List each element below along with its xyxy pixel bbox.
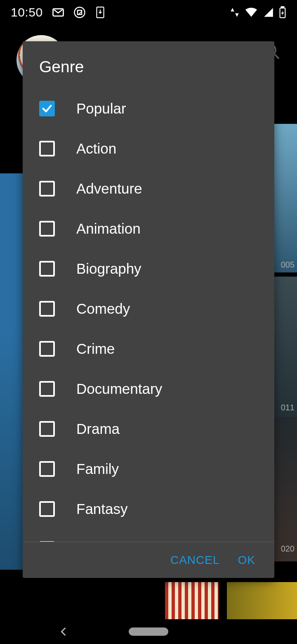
genre-row-comedy[interactable]: Comedy bbox=[23, 289, 274, 329]
checkbox[interactable] bbox=[39, 141, 55, 156]
bg-poster bbox=[272, 277, 297, 417]
dialog-title: Genre bbox=[23, 41, 274, 88]
genre-label: Fantasy bbox=[76, 501, 128, 517]
genre-label: Popular bbox=[76, 100, 126, 117]
bg-year: 020 bbox=[281, 544, 295, 554]
checkbox[interactable] bbox=[39, 341, 55, 357]
genre-row-action[interactable]: Action bbox=[23, 128, 274, 168]
checkbox[interactable] bbox=[39, 421, 55, 437]
nav-home-pill[interactable] bbox=[129, 627, 168, 636]
checkbox-empty-icon bbox=[39, 181, 55, 197]
bg-poster bbox=[165, 582, 219, 619]
checkbox[interactable] bbox=[39, 501, 55, 517]
bg-year: 011 bbox=[281, 403, 295, 412]
wifi-badge: 5 bbox=[255, 12, 257, 17]
checkbox-empty-icon bbox=[39, 341, 55, 357]
bg-poster bbox=[227, 582, 297, 619]
checkbox[interactable] bbox=[39, 461, 55, 477]
checkbox-empty-icon bbox=[39, 381, 55, 397]
status-left: 10:50 bbox=[11, 5, 106, 19]
genre-row-documentary[interactable]: Documentary bbox=[23, 369, 274, 409]
signal-icon bbox=[263, 7, 274, 18]
genre-label: Comedy bbox=[76, 301, 130, 317]
genre-label: Documentary bbox=[76, 381, 162, 397]
download-icon bbox=[95, 6, 106, 19]
genre-row-film-noir[interactable]: Film-Noir bbox=[23, 529, 274, 542]
checkbox[interactable] bbox=[39, 221, 55, 237]
checkbox[interactable] bbox=[39, 381, 55, 397]
checkbox-empty-icon bbox=[39, 421, 55, 437]
gmail-icon bbox=[52, 6, 64, 19]
bg-poster bbox=[272, 417, 297, 561]
genre-row-drama[interactable]: Drama bbox=[23, 409, 274, 449]
wifi-icon: 5 bbox=[244, 7, 258, 18]
genre-row-fantasy[interactable]: Fantasy bbox=[23, 489, 274, 529]
svg-line-1 bbox=[274, 54, 279, 59]
battery-charging-icon bbox=[279, 6, 286, 19]
svg-marker-6 bbox=[231, 8, 234, 12]
genre-row-biography[interactable]: Biography bbox=[23, 249, 274, 289]
ok-button[interactable]: OK bbox=[238, 554, 255, 567]
status-right: 5 bbox=[230, 6, 286, 19]
svg-marker-7 bbox=[235, 13, 239, 17]
genre-label: Biography bbox=[76, 260, 141, 277]
genre-row-family[interactable]: Family bbox=[23, 449, 274, 489]
data-updown-icon bbox=[230, 7, 239, 18]
genre-label: Adventure bbox=[76, 180, 142, 197]
genre-label: Drama bbox=[76, 421, 120, 437]
screenshot-icon bbox=[73, 6, 86, 19]
bg-sidebar bbox=[0, 173, 23, 570]
genre-label: Animation bbox=[76, 220, 141, 237]
bg-year: 005 bbox=[281, 260, 295, 270]
genre-row-adventure[interactable]: Adventure bbox=[23, 168, 274, 208]
nav-bar bbox=[0, 619, 297, 644]
status-bar: 10:50 bbox=[0, 0, 297, 25]
genre-label: Family bbox=[76, 461, 119, 477]
dialog-buttons: CANCEL OK bbox=[23, 542, 274, 578]
checkbox[interactable] bbox=[39, 101, 55, 116]
genre-label: Crime bbox=[76, 341, 115, 357]
genre-row-popular[interactable]: Popular bbox=[23, 88, 274, 128]
genre-row-crime[interactable]: Crime bbox=[23, 329, 274, 369]
checkbox[interactable] bbox=[39, 181, 55, 197]
genre-row-animation[interactable]: Animation bbox=[23, 208, 274, 249]
genre-list[interactable]: PopularActionAdventureAnimationBiography… bbox=[23, 88, 274, 542]
screen: 005 011 020 10:50 bbox=[0, 0, 297, 644]
status-clock: 10:50 bbox=[11, 5, 43, 19]
checkbox-empty-icon bbox=[39, 261, 55, 277]
cancel-button[interactable]: CANCEL bbox=[170, 554, 220, 567]
checkbox-empty-icon bbox=[39, 221, 55, 237]
checkbox-empty-icon bbox=[39, 501, 55, 517]
checkbox[interactable] bbox=[39, 301, 55, 317]
checkbox-checked-icon bbox=[39, 101, 55, 116]
svg-rect-9 bbox=[281, 7, 284, 8]
checkbox-empty-icon bbox=[39, 461, 55, 477]
svg-point-3 bbox=[74, 7, 85, 18]
checkbox[interactable] bbox=[39, 261, 55, 277]
bg-poster bbox=[272, 124, 297, 272]
checkbox-empty-icon bbox=[39, 141, 55, 156]
genre-label: Action bbox=[76, 140, 116, 157]
genre-dialog: Genre PopularActionAdventureAnimationBio… bbox=[23, 41, 274, 578]
nav-back-button[interactable] bbox=[58, 626, 69, 637]
checkbox-empty-icon bbox=[39, 301, 55, 317]
